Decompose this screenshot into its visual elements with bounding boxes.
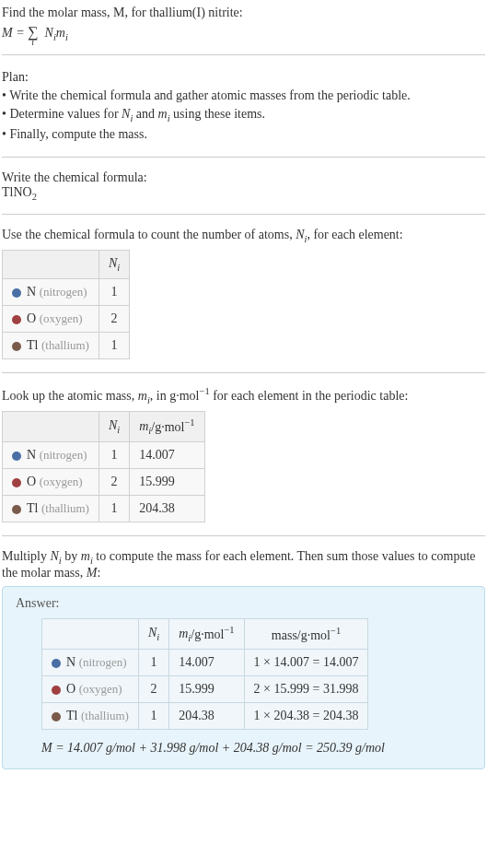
table-row: Tl (thallium) 1 204.38 bbox=[3, 495, 205, 522]
divider bbox=[2, 54, 485, 55]
table-header-row: Ni mi/g·mol−1 bbox=[3, 411, 205, 441]
ni-value: 1 bbox=[99, 279, 129, 306]
element-cell: O (oxygen) bbox=[3, 468, 99, 495]
mi-value: 204.38 bbox=[169, 703, 244, 730]
chem-formula-heading: Write the chemical formula: bbox=[2, 170, 485, 185]
nitrogen-dot-icon bbox=[12, 452, 21, 461]
table-header-row: Ni mi/g·mol−1 mass/g·mol−1 bbox=[42, 618, 368, 649]
table-header-row: Ni bbox=[3, 251, 130, 279]
mi-value: 204.38 bbox=[130, 495, 204, 522]
element-cell: Tl (thallium) bbox=[42, 703, 139, 730]
ni-value: 2 bbox=[99, 468, 129, 495]
oxygen-dot-icon bbox=[12, 478, 21, 487]
mi-value: 14.007 bbox=[130, 441, 204, 468]
intro-section: Find the molar mass, M, for thallium(I) … bbox=[2, 4, 485, 41]
table-row: N (nitrogen) 1 14.007 1 × 14.007 = 14.00… bbox=[42, 650, 368, 676]
table-row: O (oxygen) 2 bbox=[3, 306, 130, 333]
table-row: Tl (thallium) 1 bbox=[3, 333, 130, 359]
count-atoms-section: Use the chemical formula to count the nu… bbox=[2, 228, 485, 359]
mi-value: 14.007 bbox=[169, 650, 244, 676]
element-cell: Tl (thallium) bbox=[3, 495, 99, 522]
chem-formula-value: TlNO2 bbox=[2, 185, 485, 202]
ni-value: 1 bbox=[99, 495, 129, 522]
atomic-mass-table: Ni mi/g·mol−1 N (nitrogen) 1 14.007 O (o… bbox=[2, 411, 205, 522]
molar-mass-formula: M = ∑i Nimi bbox=[2, 24, 485, 42]
element-cell: O (oxygen) bbox=[3, 306, 99, 333]
divider bbox=[2, 157, 485, 158]
mi-header: mi/g·mol−1 bbox=[130, 411, 204, 441]
plan-heading: Plan: bbox=[2, 68, 485, 87]
thallium-dot-icon bbox=[12, 505, 21, 514]
empty-header bbox=[3, 251, 99, 279]
element-cell: O (oxygen) bbox=[42, 676, 139, 703]
ni-header: Ni bbox=[99, 251, 129, 279]
thallium-dot-icon bbox=[12, 342, 21, 351]
plan-bullet-3: • Finally, compute the mass. bbox=[2, 125, 485, 144]
plan-section: Plan: • Write the chemical formula and g… bbox=[2, 68, 485, 143]
element-cell: Tl (thallium) bbox=[3, 333, 99, 359]
plan-bullet-2: • Determine values for Ni and mi using t… bbox=[2, 105, 485, 125]
element-cell: N (nitrogen) bbox=[3, 279, 99, 306]
ni-value: 2 bbox=[138, 676, 168, 703]
plan-bullet-1: • Write the chemical formula and gather … bbox=[2, 87, 485, 105]
atom-count-table: Ni N (nitrogen) 1 O (oxygen) 2 Tl (thall… bbox=[2, 250, 130, 359]
thallium-dot-icon bbox=[52, 712, 61, 721]
ni-header: Ni bbox=[138, 618, 168, 649]
mass-value: 1 × 14.007 = 14.007 bbox=[244, 650, 368, 676]
element-cell: N (nitrogen) bbox=[42, 650, 139, 676]
ni-header: Ni bbox=[99, 411, 129, 441]
count-heading: Use the chemical formula to count the nu… bbox=[2, 228, 485, 244]
ni-value: 1 bbox=[138, 703, 168, 730]
table-row: N (nitrogen) 1 bbox=[3, 279, 130, 306]
intro-line1: Find the molar mass, M, for thallium(I) … bbox=[2, 4, 485, 22]
mass-value: 1 × 204.38 = 204.38 bbox=[244, 703, 368, 730]
mi-header: mi/g·mol−1 bbox=[169, 618, 244, 649]
table-row: N (nitrogen) 1 14.007 bbox=[3, 441, 205, 468]
mass-header: mass/g·mol−1 bbox=[244, 618, 368, 649]
empty-header bbox=[3, 411, 99, 441]
mass-value: 2 × 15.999 = 31.998 bbox=[244, 676, 368, 703]
table-row: O (oxygen) 2 15.999 2 × 15.999 = 31.998 bbox=[42, 676, 368, 703]
element-cell: N (nitrogen) bbox=[3, 441, 99, 468]
mi-value: 15.999 bbox=[169, 676, 244, 703]
multiply-text: Multiply Ni by mi to compute the mass fo… bbox=[2, 549, 485, 581]
atomic-mass-section: Look up the atomic mass, mi, in g·mol−1 … bbox=[2, 386, 485, 522]
empty-header bbox=[42, 618, 139, 649]
final-result: M = 14.007 g/mol + 31.998 g/mol + 204.38… bbox=[41, 741, 471, 756]
answer-table: Ni mi/g·mol−1 mass/g·mol−1 N (nitrogen) … bbox=[41, 618, 368, 730]
divider bbox=[2, 535, 485, 536]
multiply-section: Multiply Ni by mi to compute the mass fo… bbox=[2, 549, 485, 769]
ni-value: 1 bbox=[99, 333, 129, 359]
ni-value: 1 bbox=[138, 650, 168, 676]
mass-heading: Look up the atomic mass, mi, in g·mol−1 … bbox=[2, 386, 485, 405]
oxygen-dot-icon bbox=[12, 315, 21, 324]
oxygen-dot-icon bbox=[52, 686, 61, 695]
nitrogen-dot-icon bbox=[12, 288, 21, 298]
divider bbox=[2, 372, 485, 373]
chemical-formula-section: Write the chemical formula: TlNO2 bbox=[2, 170, 485, 202]
answer-label: Answer: bbox=[16, 596, 471, 611]
answer-box: Answer: Ni mi/g·mol−1 mass/g·mol−1 N (ni… bbox=[2, 586, 485, 769]
nitrogen-dot-icon bbox=[52, 659, 61, 668]
ni-value: 2 bbox=[99, 306, 129, 333]
table-row: O (oxygen) 2 15.999 bbox=[3, 468, 205, 495]
divider bbox=[2, 214, 485, 215]
table-row: Tl (thallium) 1 204.38 1 × 204.38 = 204.… bbox=[42, 703, 368, 730]
ni-value: 1 bbox=[99, 441, 129, 468]
mi-value: 15.999 bbox=[130, 468, 204, 495]
